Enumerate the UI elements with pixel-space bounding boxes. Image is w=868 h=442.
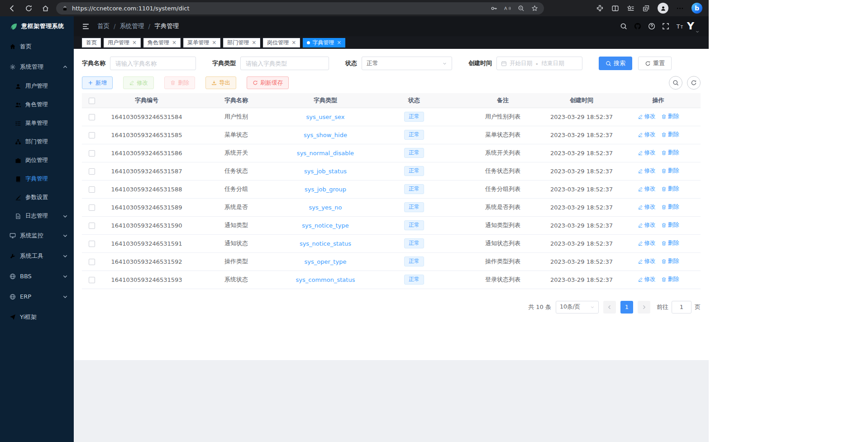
- row-checkbox[interactable]: [89, 150, 95, 157]
- more-icon[interactable]: [676, 5, 684, 12]
- page-size-select[interactable]: 10条/页: [556, 301, 599, 314]
- github-icon[interactable]: [634, 23, 641, 30]
- close-icon[interactable]: ×: [252, 40, 256, 45]
- close-icon[interactable]: ×: [212, 40, 216, 45]
- row-delete-button[interactable]: 删除: [661, 276, 679, 283]
- row-checkbox[interactable]: [89, 277, 95, 283]
- breadcrumb-item[interactable]: 系统管理: [120, 22, 144, 30]
- sidebar-item-bbs[interactable]: BBS: [0, 266, 74, 286]
- dict-type-link[interactable]: sys_yes_no: [309, 204, 342, 211]
- key-icon[interactable]: [491, 5, 497, 12]
- prev-page-button[interactable]: [603, 301, 616, 314]
- chevron-down-icon[interactable]: [695, 29, 700, 36]
- sidebar-item-menu-mgmt[interactable]: 菜单管理: [0, 114, 74, 133]
- sidebar-item-system-tools[interactable]: 系统工具: [0, 246, 74, 266]
- profile-icon[interactable]: [658, 3, 668, 14]
- site-info-icon[interactable]: [62, 5, 68, 11]
- hamburger-icon[interactable]: [82, 23, 90, 30]
- dict-type-input[interactable]: [240, 57, 329, 70]
- tab-role-mgmt[interactable]: 角色管理×: [143, 38, 181, 48]
- row-edit-button[interactable]: 修改: [638, 131, 656, 138]
- bing-icon[interactable]: b: [692, 3, 702, 14]
- dict-type-link[interactable]: sys_job_status: [304, 168, 347, 175]
- row-edit-button[interactable]: 修改: [638, 257, 656, 265]
- refresh-table-button[interactable]: [687, 76, 701, 90]
- row-checkbox[interactable]: [89, 168, 95, 175]
- sidebar-item-system-mgmt[interactable]: 系统管理: [0, 57, 74, 77]
- search-icon[interactable]: [620, 23, 627, 30]
- favorite-icon[interactable]: [531, 5, 538, 12]
- edit-button[interactable]: 修改: [123, 76, 154, 89]
- row-delete-button[interactable]: 删除: [661, 167, 679, 175]
- sidebar-item-user-mgmt[interactable]: 用户管理: [0, 77, 74, 95]
- row-edit-button[interactable]: 修改: [638, 276, 656, 283]
- reset-button[interactable]: 重置: [638, 57, 672, 70]
- row-checkbox[interactable]: [89, 204, 95, 211]
- row-checkbox[interactable]: [89, 223, 95, 229]
- sidebar-item-yi-framework[interactable]: Yi框架: [0, 307, 74, 327]
- font-size-icon[interactable]: TT: [676, 23, 683, 30]
- dict-name-input[interactable]: [110, 57, 196, 70]
- fullscreen-icon[interactable]: [662, 23, 669, 30]
- dict-type-link[interactable]: sys_normal_disable: [297, 150, 354, 157]
- row-delete-button[interactable]: 删除: [661, 131, 679, 138]
- row-edit-button[interactable]: 修改: [638, 149, 656, 157]
- sidebar-item-system-monitor[interactable]: 系统监控: [0, 225, 74, 246]
- sidebar-item-role-mgmt[interactable]: 角色管理: [0, 95, 74, 114]
- add-button[interactable]: 新增: [82, 76, 113, 89]
- close-icon[interactable]: ×: [291, 40, 296, 45]
- dict-type-link[interactable]: sys_notice_status: [300, 240, 351, 247]
- toggle-search-button[interactable]: [669, 76, 682, 90]
- row-edit-button[interactable]: 修改: [638, 239, 656, 247]
- dict-type-link[interactable]: sys_user_sex: [306, 114, 345, 120]
- tab-menu-mgmt[interactable]: 菜单管理×: [183, 38, 220, 48]
- close-icon[interactable]: ×: [172, 40, 176, 45]
- close-icon[interactable]: ×: [337, 40, 341, 45]
- sidebar-item-param-settings[interactable]: 参数设置: [0, 188, 74, 207]
- close-icon[interactable]: ×: [132, 40, 137, 45]
- dict-type-link[interactable]: sys_job_group: [305, 186, 346, 193]
- breadcrumb-item[interactable]: 首页: [97, 22, 110, 30]
- row-delete-button[interactable]: 删除: [661, 185, 679, 193]
- row-delete-button[interactable]: 删除: [661, 203, 679, 211]
- sidebar-item-post-mgmt[interactable]: 岗位管理: [0, 151, 74, 170]
- status-select[interactable]: 正常: [362, 57, 452, 70]
- row-edit-button[interactable]: 修改: [638, 167, 656, 175]
- collections-icon[interactable]: [642, 5, 650, 12]
- row-delete-button[interactable]: 删除: [661, 257, 679, 265]
- row-delete-button[interactable]: 删除: [661, 239, 679, 247]
- row-checkbox[interactable]: [89, 259, 95, 265]
- page-1-button[interactable]: 1: [620, 301, 633, 314]
- delete-button[interactable]: 删除: [164, 76, 195, 89]
- extensions-icon[interactable]: [596, 5, 604, 12]
- row-checkbox[interactable]: [89, 241, 95, 247]
- refresh-cache-button[interactable]: 刷新缓存: [247, 76, 289, 89]
- dict-type-link[interactable]: sys_common_status: [296, 276, 355, 283]
- sidebar-item-dict-mgmt[interactable]: 字典管理: [0, 170, 74, 188]
- row-edit-button[interactable]: 修改: [638, 203, 656, 211]
- goto-page-input[interactable]: [672, 301, 692, 314]
- export-button[interactable]: 导出: [205, 76, 236, 89]
- next-page-button[interactable]: [638, 301, 650, 314]
- sidebar-item-home[interactable]: 首页: [0, 36, 74, 57]
- row-delete-button[interactable]: 删除: [661, 221, 679, 229]
- read-aloud-icon[interactable]: A: [504, 5, 511, 12]
- tab-dict-mgmt[interactable]: 字典管理×: [303, 38, 345, 48]
- row-edit-button[interactable]: 修改: [638, 185, 656, 193]
- tab-home[interactable]: 首页: [82, 38, 101, 48]
- date-range-picker[interactable]: 开始日期 - 结束日期: [496, 57, 582, 70]
- back-icon[interactable]: [5, 2, 19, 14]
- help-icon[interactable]: [648, 23, 655, 30]
- row-edit-button[interactable]: 修改: [638, 221, 656, 229]
- zoom-out-icon[interactable]: [518, 5, 525, 12]
- address-bar[interactable]: https://ccnetcore.com:1101/system/dict A: [56, 2, 544, 14]
- app-logo[interactable]: 意框架管理系统: [0, 16, 74, 36]
- row-edit-button[interactable]: 修改: [638, 113, 656, 120]
- tab-user-mgmt[interactable]: 用户管理×: [104, 38, 141, 48]
- user-logo[interactable]: Y: [687, 21, 694, 31]
- dict-type-link[interactable]: sys_oper_type: [305, 258, 347, 265]
- home-icon[interactable]: [38, 2, 52, 14]
- split-screen-icon[interactable]: [611, 5, 619, 12]
- row-checkbox[interactable]: [89, 132, 95, 138]
- sidebar-item-log-mgmt[interactable]: 日志管理: [0, 207, 74, 225]
